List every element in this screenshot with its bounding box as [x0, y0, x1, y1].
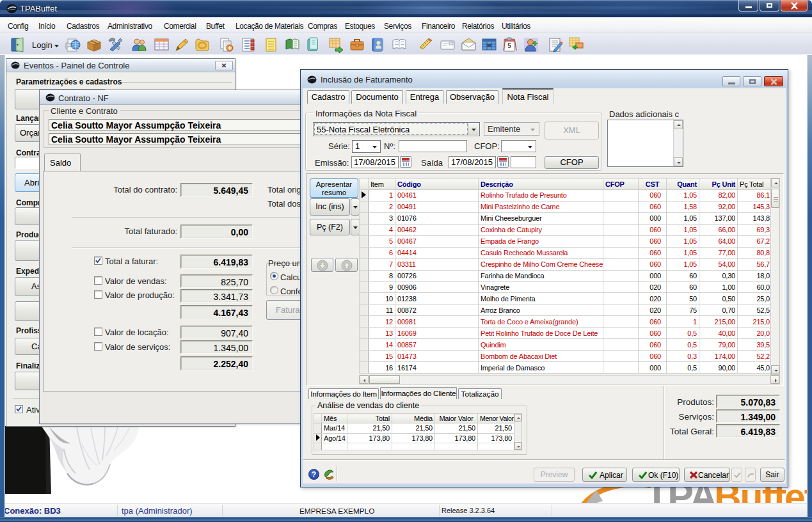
svg-text:5: 5 [507, 42, 511, 49]
